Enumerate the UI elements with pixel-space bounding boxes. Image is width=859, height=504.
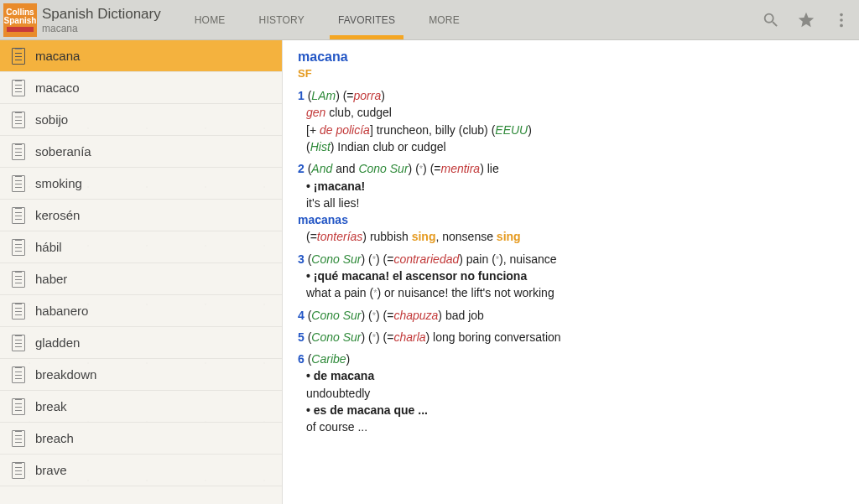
seg-plain: (= [306,230,317,243]
seg-xref: porra [354,89,382,102]
word-item[interactable]: breakdown [0,359,282,391]
sense-block: 4 (Cono Sur) (*) (=chapuza) bad job [298,307,844,324]
document-icon [12,366,25,383]
seg-plain: ) [381,89,385,102]
sense-number: 2 [298,162,308,175]
tab-history[interactable]: HISTORY [242,0,321,39]
app-header: Collins Spanish Spanish Dictionary macan… [0,0,859,40]
word-item[interactable]: macaco [0,72,282,104]
word-item[interactable]: hábil [0,231,282,263]
document-icon [12,303,25,320]
seg-plain: ) rubbish [362,230,411,243]
seg-region: Hist [310,140,331,153]
sense-line: 3 (Cono Sur) (*) (=contrariedad) pain (*… [298,251,844,268]
word-item[interactable]: sobijo [0,104,282,136]
seg-gram: gen [306,106,325,119]
headword: macana [298,47,844,66]
seg-plain: ] truncheon, billy (club) ( [370,123,495,137]
document-icon [12,207,25,224]
seg-xref: de policía [320,123,370,137]
document-icon [12,175,25,192]
seg-bullet: • [306,369,314,382]
sense-block: 3 (Cono Sur) (*) (=contrariedad) pain (*… [298,251,844,302]
sense-line: gen club, cudgel [306,104,844,121]
seg-region: Caribe [311,352,346,366]
seg-plain: or [384,286,394,299]
sense-line: 4 (Cono Sur) (*) (=chapuza) bad job [298,307,844,324]
seg-plain: ) (= [423,162,440,175]
seg-plain: ) ( [362,330,372,344]
word-label: habanero [35,304,88,318]
word-item[interactable]: break [0,391,282,423]
seg-bold: es de macana que ... [314,403,428,417]
seg-plain: and [332,162,358,175]
sense-line: [+ de policía] truncheon, billy (club) (… [306,122,844,138]
seg-plain: club, cudgel [325,106,392,119]
word-item[interactable]: breach [0,423,282,455]
word-item[interactable]: gladden [0,327,282,359]
title-column: Spanish Dictionary macana [42,6,161,34]
sense-line: (=tonterías) rubbish sing, nonsense sing [306,228,844,245]
seg-xlink: sing [497,230,521,243]
seg-plain: it's all lies! [306,196,359,210]
document-icon [12,48,25,65]
seg-bold: de macana [314,369,374,382]
sense-line: • ¡qué macana! el ascensor no funciona [306,268,844,284]
favorites-sidebar[interactable]: macanamacacosobijosoberaníasmokingkerosé… [0,40,283,504]
word-item[interactable]: macana [0,40,282,72]
word-label: smoking [35,176,82,190]
document-icon [12,80,25,96]
seg-plain: or [398,140,408,153]
seg-region: Cono Sur [311,252,361,266]
seg-bullet: • [306,179,314,193]
word-item[interactable]: smoking [0,168,282,200]
tab-favorites[interactable]: FAVORITES [321,0,412,39]
part-of-speech: SF [298,66,844,82]
tab-home[interactable]: HOME [178,0,242,39]
svg-point-1 [840,18,843,22]
seg-xref: contrariedad [393,252,459,266]
app-logo: Collins Spanish [3,3,37,37]
word-label: macana [35,49,80,63]
word-label: kerosén [35,208,80,222]
word-label: haber [35,272,67,286]
word-label: breakdown [35,367,96,382]
document-icon [12,335,25,351]
overflow-icon[interactable] [824,0,859,40]
seg-plain: ) lie [480,162,499,175]
star-icon[interactable] [789,0,824,40]
seg-bullet: • [306,269,314,283]
tab-more[interactable]: MORE [412,0,476,39]
sense-block: 1 (LAm) (=porra)gen club, cudgel[+ de po… [298,87,844,155]
document-icon [12,462,25,479]
word-label: gladden [35,335,80,350]
word-label: soberanía [35,144,91,158]
seg-plain: nuisance! the lift's not working [394,286,554,299]
sense-number: 5 [298,330,308,344]
word-item[interactable]: brave [0,455,282,486]
seg-region: Cono Sur [311,330,361,344]
sense-line: macanas [298,211,844,228]
word-item[interactable]: kerosén [0,200,282,231]
svg-point-0 [840,13,843,16]
seg-plain: ) pain ( [459,252,496,266]
word-item[interactable]: haber [0,263,282,295]
seg-region: EEUU [495,123,528,137]
word-label: hábil [35,240,62,254]
seg-region: Cono Sur [311,309,361,322]
search-icon[interactable] [753,0,789,40]
sense-line: 5 (Cono Sur) (*) (=charla) long boring c… [298,329,844,346]
document-icon [12,239,25,256]
sense-line: 6 (Caribe) [298,351,844,367]
sense-number: 1 [298,89,308,102]
entry-panel: macanaSF1 (LAm) (=porra)gen club, cudgel… [283,40,859,504]
logo-line2: Spanish [4,17,37,25]
word-item[interactable]: soberanía [0,136,282,168]
document-icon [12,271,25,288]
document-icon [12,430,25,447]
seg-plain: what a pain ( [306,286,373,299]
word-item[interactable]: habanero [0,295,282,327]
word-label: sobijo [35,112,68,127]
sense-line: • ¡macana! [306,178,844,195]
seg-plain: ) (= [376,309,393,322]
